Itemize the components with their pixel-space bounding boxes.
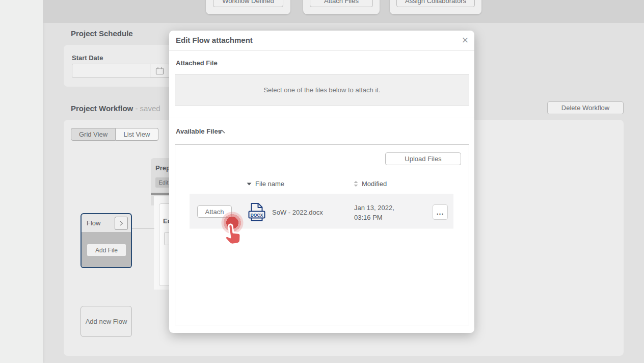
docx-icon-label: DOCX xyxy=(251,213,263,218)
add-file-button[interactable]: Add File xyxy=(87,244,126,256)
flow-card: Flow Add File xyxy=(81,213,132,268)
project-schedule-title: Project Schedule xyxy=(71,29,133,38)
delete-workflow-button[interactable]: Delete Workflow xyxy=(547,101,624,114)
project-workflow-title: Project Workflow - saved xyxy=(71,104,160,113)
docx-file-icon: DOCX xyxy=(248,202,265,224)
workflow-column-title: Prep xyxy=(155,164,170,172)
modified-time-line: 03:16 PM xyxy=(354,213,394,222)
sort-both-icon xyxy=(354,180,358,187)
attach-files-button[interactable]: Attach Files xyxy=(310,0,373,7)
attached-file-dropzone: Select one of the files below to attach … xyxy=(175,74,469,106)
available-files-label: Available Files xyxy=(176,127,222,135)
flow-expand-button[interactable] xyxy=(115,217,128,230)
sort-descending-icon xyxy=(247,183,252,186)
flow-connector-line xyxy=(132,228,154,228)
modified-column-header[interactable]: Modified xyxy=(354,180,387,188)
assign-collaborators-button[interactable]: Assign Collaborators xyxy=(396,0,475,7)
more-options-button[interactable]: ... xyxy=(433,204,448,220)
calendar-button[interactable] xyxy=(150,64,170,77)
tab-grid-view[interactable]: Grid View xyxy=(71,128,116,141)
close-icon[interactable]: × xyxy=(458,33,473,48)
workflow-defined-button[interactable]: Workflow Defined xyxy=(213,0,283,7)
attached-file-placeholder: Select one of the files below to attach … xyxy=(263,86,380,94)
add-new-flow-button[interactable]: Add new Flow xyxy=(81,306,132,337)
modified-header-text: Modified xyxy=(362,180,387,188)
start-date-label: Start Date xyxy=(72,54,103,62)
file-name-cell: SoW - 2022.docx xyxy=(272,209,323,216)
file-name-header-text: File name xyxy=(255,180,284,188)
flow-title: Flow xyxy=(87,219,100,227)
calendar-icon xyxy=(155,67,164,75)
modified-cell: Jan 13, 2022, 03:16 PM xyxy=(354,203,394,222)
left-sidebar xyxy=(0,0,43,363)
modal-section-divider xyxy=(169,117,474,117)
flow-card-body: Add File xyxy=(82,232,131,267)
modal-title: Edit Flow attachment xyxy=(176,36,253,44)
start-date-input[interactable] xyxy=(72,64,150,77)
modified-date-line: Jan 13, 2022, xyxy=(354,203,394,213)
chevron-right-icon xyxy=(119,220,124,226)
chevron-up-icon xyxy=(218,129,226,134)
attached-file-label: Attached File xyxy=(176,59,218,67)
attach-button[interactable]: Attach xyxy=(197,205,232,218)
workflow-title-text: Project Workflow xyxy=(71,104,133,113)
available-files-panel xyxy=(175,144,469,325)
collapse-section-button[interactable] xyxy=(217,127,227,136)
upload-files-button[interactable]: Upload Files xyxy=(385,152,461,165)
file-name-column-header[interactable]: File name xyxy=(247,180,284,188)
flow-card-header: Flow xyxy=(82,214,131,232)
tab-list-view[interactable]: List View xyxy=(116,128,158,141)
workflow-saved-status: - saved xyxy=(135,104,160,113)
